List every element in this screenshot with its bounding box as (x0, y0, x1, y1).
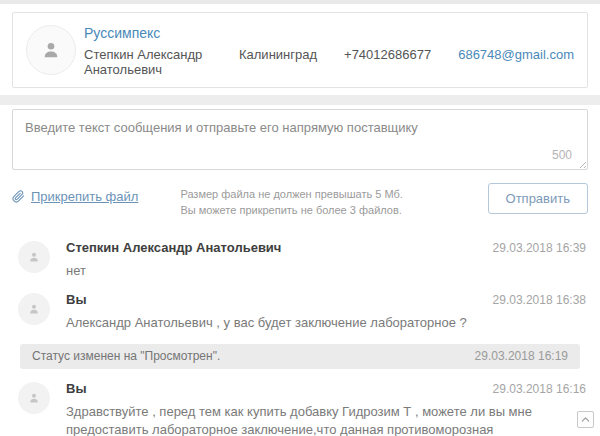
contact-phone: +74012686677 (344, 47, 431, 62)
compose-section: 500 Прикрепить файл Размер файла не долж… (0, 105, 600, 218)
message-list: Степкин Александр Анатольевич 29.03.2018… (0, 240, 600, 436)
person-icon (28, 392, 40, 404)
message-timestamp: 29.03.2018 16:16 (493, 382, 586, 396)
message-item: Вы 29.03.2018 16:38 Александр Анатольеви… (0, 292, 600, 344)
char-counter: 500 (552, 148, 572, 162)
message-author: Вы (66, 292, 87, 307)
message-text: Александр Анатольевич , у вас будет закл… (66, 314, 586, 332)
send-button[interactable]: Отправить (488, 183, 588, 214)
hint-max-files: Вы можете прикрепить не более 3 файлов. (180, 202, 403, 218)
message-timestamp: 29.03.2018 16:39 (493, 241, 586, 255)
avatar (18, 293, 50, 325)
message-item: Вы 29.03.2018 16:16 Здравствуйте , перед… (0, 381, 600, 436)
message-text: Здравствуйте , перед тем как купить доба… (66, 403, 586, 436)
message-author: Вы (66, 381, 87, 396)
message-item: Степкин Александр Анатольевич 29.03.2018… (0, 240, 600, 292)
chevron-up-icon (580, 414, 591, 425)
scroll-to-top-button[interactable] (577, 411, 594, 428)
person-icon (28, 251, 40, 263)
contact-email-link[interactable]: 686748@gmail.com (458, 47, 574, 62)
avatar (26, 25, 76, 75)
avatar (18, 382, 50, 414)
avatar (18, 241, 50, 273)
attach-file-label: Прикрепить файл (31, 189, 138, 204)
contact-city: Калининград (239, 47, 317, 62)
message-input[interactable] (12, 109, 588, 170)
person-icon (28, 303, 40, 315)
paperclip-icon[interactable] (12, 190, 25, 203)
contact-person-name: Степкин Александр Анатольевич (84, 47, 212, 77)
attach-file-link[interactable]: Прикрепить файл (12, 189, 138, 204)
message-text: нет (66, 262, 586, 280)
section-divider (0, 95, 600, 105)
supplier-contact-card: Руссимпекс Степкин Александр Анатольевич… (12, 12, 588, 88)
hint-max-size: Размер файла не должен превышать 5 Мб. (180, 186, 403, 202)
message-timestamp: 29.03.2018 16:38 (493, 293, 586, 307)
status-change-row: Статус изменен на "Просмотрен". 29.03.20… (20, 344, 580, 369)
status-change-text: Статус изменен на "Просмотрен". (32, 349, 220, 363)
person-icon (41, 40, 61, 60)
message-author: Степкин Александр Анатольевич (66, 240, 281, 255)
company-name-link[interactable]: Руссимпекс (84, 25, 160, 41)
file-upload-hints: Размер файла не должен превышать 5 Мб. В… (180, 186, 403, 218)
status-timestamp: 29.03.2018 16:19 (475, 349, 568, 363)
